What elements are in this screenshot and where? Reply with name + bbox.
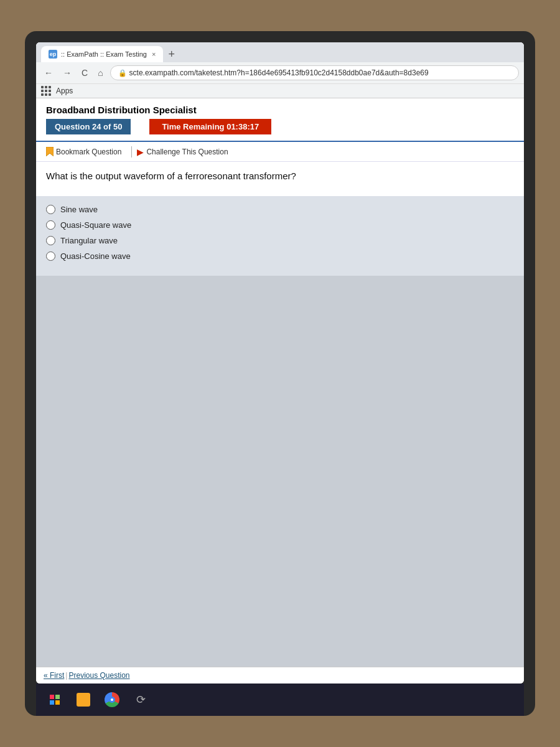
browser-chrome: ep :: ExamPath :: Exam Testing :: × + ← … xyxy=(36,42,524,98)
windows-icon xyxy=(50,695,60,705)
exam-title: Broadband Distribution Specialist xyxy=(36,98,524,119)
screen: ep :: ExamPath :: Exam Testing :: × + ← … xyxy=(36,42,524,684)
radio-button-1[interactable] xyxy=(46,205,55,214)
back-button[interactable]: ← xyxy=(41,66,56,80)
page-content: Broadband Distribution Specialist Questi… xyxy=(36,98,524,667)
time-remaining-badge: Time Remaining 01:38:17 xyxy=(149,119,271,134)
address-bar[interactable]: 🔒 scte.exampath.com/taketest.htm?h=186d4… xyxy=(110,65,519,80)
previous-question-button[interactable]: Previous Question xyxy=(68,671,129,680)
option-label-3: Triangular wave xyxy=(60,236,118,245)
other-taskbar-button[interactable]: ⟳ xyxy=(129,688,152,711)
option-label-4: Quasi-Cosine wave xyxy=(60,251,131,261)
option-row-1[interactable]: Sine wave xyxy=(46,205,514,214)
new-tab-button[interactable]: + xyxy=(163,49,180,60)
nav-bar: ← → C ⌂ 🔒 scte.exampath.com/taketest.htm… xyxy=(36,62,524,83)
bookmarks-bar: Apps xyxy=(36,83,524,98)
windows-start-button[interactable] xyxy=(44,688,66,711)
option-row-2[interactable]: Quasi-Square wave xyxy=(46,220,514,230)
refresh-button[interactable]: C xyxy=(78,66,91,80)
file-explorer-button[interactable] xyxy=(72,688,95,711)
challenge-icon: ▶ xyxy=(137,147,144,157)
other-icon: ⟳ xyxy=(136,693,146,707)
question-header: Question 24 of 50 Time Remaining 01:38:1… xyxy=(36,119,524,141)
bookmark-icon xyxy=(46,147,54,156)
apps-grid-icon xyxy=(41,86,51,96)
first-button[interactable]: « First xyxy=(44,671,64,680)
active-tab[interactable]: ep :: ExamPath :: Exam Testing :: × xyxy=(41,46,163,62)
content-spacer xyxy=(36,276,524,525)
lock-icon: 🔒 xyxy=(118,69,127,77)
tab-title: :: ExamPath :: Exam Testing :: xyxy=(61,50,148,58)
home-button[interactable]: ⌂ xyxy=(95,66,106,80)
question-badge: Question 24 of 50 xyxy=(46,119,131,134)
chrome-icon xyxy=(105,692,119,707)
nav-separator: | xyxy=(65,671,67,680)
radio-button-2[interactable] xyxy=(46,220,55,230)
answer-options: Sine wave Quasi-Square wave Triangular w… xyxy=(36,196,524,276)
tab-close-button[interactable]: × xyxy=(152,50,156,58)
question-text: What is the output waveform of a ferrore… xyxy=(46,171,514,181)
tab-bar: ep :: ExamPath :: Exam Testing :: × + xyxy=(36,42,524,62)
laptop-frame: ep :: ExamPath :: Exam Testing :: × + ← … xyxy=(25,31,535,716)
apps-label[interactable]: Apps xyxy=(56,87,73,95)
svg-marker-0 xyxy=(46,147,54,156)
radio-button-4[interactable] xyxy=(46,251,55,261)
action-divider xyxy=(131,146,132,157)
radio-button-3[interactable] xyxy=(46,236,55,245)
challenge-question-button[interactable]: ▶ Challenge This Question xyxy=(137,147,228,157)
file-explorer-icon xyxy=(77,693,90,707)
taskbar: ⟳ xyxy=(36,684,524,716)
exam-container: Broadband Distribution Specialist Questi… xyxy=(36,98,524,525)
option-row-4[interactable]: Quasi-Cosine wave xyxy=(46,251,514,261)
bottom-navigation: « First | Previous Question xyxy=(36,667,524,684)
question-actions: Bookmark Question ▶ Challenge This Quest… xyxy=(36,141,524,161)
question-body: What is the output waveform of a ferrore… xyxy=(36,161,524,196)
option-label-1: Sine wave xyxy=(60,205,98,214)
address-text: scte.exampath.com/taketest.htm?h=186d4e6… xyxy=(129,68,429,77)
option-label-2: Quasi-Square wave xyxy=(60,220,131,230)
tab-favicon: ep xyxy=(49,50,57,59)
chrome-button[interactable] xyxy=(101,688,123,711)
forward-button[interactable]: → xyxy=(60,66,75,80)
option-row-3[interactable]: Triangular wave xyxy=(46,236,514,245)
bookmark-question-button[interactable]: Bookmark Question xyxy=(46,146,126,157)
